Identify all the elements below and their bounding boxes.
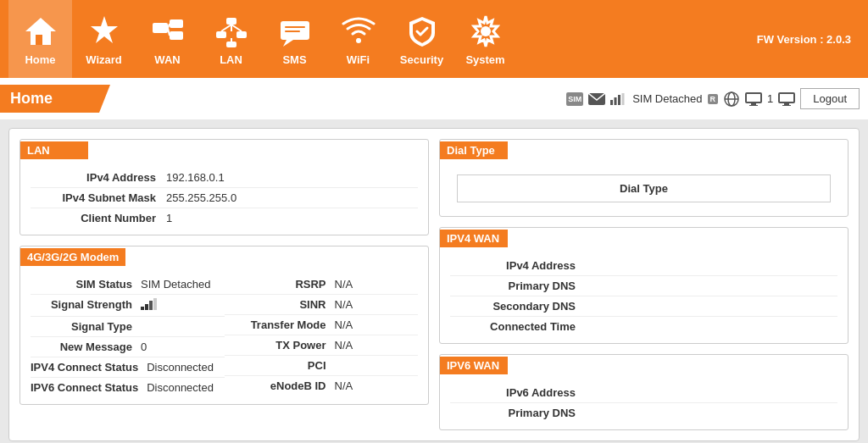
svg-rect-24 bbox=[615, 97, 617, 105]
modem-new-message-row: New Message 0 bbox=[31, 337, 225, 357]
modem-tx-power-row: TX Power N/A bbox=[225, 335, 419, 356]
nav-sms[interactable]: SMS bbox=[263, 0, 326, 78]
lan-section-body: IPv4 Address 192.168.0.1 IPv4 Subnet Mas… bbox=[20, 161, 428, 235]
nav-wizard[interactable]: Wizard bbox=[72, 0, 136, 78]
modem-tx-power-value: N/A bbox=[335, 339, 353, 352]
svg-line-7 bbox=[168, 28, 170, 36]
lan-client-label: Client Number bbox=[31, 212, 166, 224]
lan-section: LAN IPv4 Address 192.168.0.1 IPv4 Subnet… bbox=[19, 139, 429, 235]
modem-ipv6-connect-row: IPV6 Connect Status Disconnected bbox=[31, 378, 225, 397]
signal-bar-1 bbox=[141, 307, 144, 310]
lan-subnet-label: IPv4 Subnet Mask bbox=[31, 191, 166, 204]
ipv6-wan-dns1-label: Primary DNS bbox=[450, 407, 586, 419]
wan-icon bbox=[149, 13, 186, 50]
fw-version: FW Version : 2.0.3 bbox=[757, 33, 860, 46]
modem-ipv4-connect-label: IPV4 Connect Status bbox=[31, 361, 147, 374]
nav-security-label: Security bbox=[400, 53, 443, 66]
svg-rect-33 bbox=[749, 105, 758, 106]
dial-type-body: Dial Type bbox=[440, 161, 848, 216]
wifi-icon bbox=[340, 13, 377, 50]
content-wrapper: LAN IPv4 Address 192.168.0.1 IPv4 Subnet… bbox=[8, 128, 860, 441]
lan-client-row: Client Number 1 bbox=[31, 208, 418, 228]
svg-rect-35 bbox=[780, 94, 793, 102]
nav-sms-label: SMS bbox=[282, 53, 306, 66]
nav-wizard-label: Wizard bbox=[86, 53, 122, 66]
modem-sinr-value: N/A bbox=[335, 298, 353, 311]
nav-wifi-label: WiFi bbox=[347, 53, 370, 66]
modem-rsrp-row: RSRP N/A bbox=[225, 274, 419, 295]
modem-rsrp-label: RSRP bbox=[225, 278, 335, 291]
svg-marker-17 bbox=[283, 40, 293, 47]
svg-rect-31 bbox=[747, 94, 760, 102]
lan-ipv4-value: 192.168.0.1 bbox=[166, 171, 225, 184]
monitor-icon bbox=[745, 92, 762, 106]
svg-rect-32 bbox=[751, 103, 756, 105]
modem-sim-status-value: SIM Detached bbox=[141, 278, 210, 291]
svg-rect-3 bbox=[153, 23, 168, 33]
svg-rect-5 bbox=[170, 31, 183, 40]
nav-wan[interactable]: WAN bbox=[136, 0, 199, 78]
modem-sim-status-row: SIM Status SIM Detached bbox=[31, 274, 225, 295]
lan-ipv4-label: IPv4 Address bbox=[31, 171, 166, 184]
modem-ipv4-connect-value: Disconnected bbox=[147, 361, 214, 374]
nav-system[interactable]: System bbox=[453, 0, 517, 78]
ipv4-wan-body: IPv4 Address Primary DNS Secondary DNS C… bbox=[440, 249, 848, 343]
left-column: LAN IPv4 Address 192.168.0.1 IPv4 Subnet… bbox=[19, 139, 429, 430]
ipv4-wan-time-label: Connected Time bbox=[450, 320, 586, 333]
modem-rsrp-value: N/A bbox=[335, 278, 353, 291]
modem-section: 4G/3G/2G Modem SIM Status SIM Detached S… bbox=[19, 246, 429, 405]
dial-type-box: Dial Type bbox=[457, 174, 831, 202]
lan-subnet-row: IPv4 Subnet Mask 255.255.255.0 bbox=[31, 188, 418, 208]
nav-security[interactable]: Security bbox=[390, 0, 453, 78]
dial-type-label: Dial Type bbox=[620, 182, 668, 195]
modem-signal-strength-label: Signal Strength bbox=[31, 298, 141, 313]
security-icon bbox=[403, 13, 441, 50]
logout-button[interactable]: Logout bbox=[800, 88, 860, 109]
modem-transfer-mode-value: N/A bbox=[335, 318, 353, 331]
ipv4-wan-dns2-label: Secondary DNS bbox=[450, 300, 586, 313]
sim-status-text: SIM Detached bbox=[632, 92, 702, 105]
nav-lan-label: LAN bbox=[220, 53, 242, 66]
lan-ipv4-row: IPv4 Address 192.168.0.1 bbox=[31, 168, 418, 188]
signal-bars bbox=[141, 298, 157, 310]
monitor-count: 1 bbox=[767, 92, 773, 105]
home-icon bbox=[22, 13, 59, 50]
modem-pci-row: PCI bbox=[225, 356, 419, 376]
svg-point-20 bbox=[356, 38, 361, 43]
nav-wifi[interactable]: WiFi bbox=[326, 0, 390, 78]
svg-rect-1 bbox=[36, 35, 42, 45]
modem-signal-type-row: Signal Type bbox=[31, 317, 225, 337]
ipv6-wan-title: IPV6 WAN bbox=[440, 357, 508, 374]
ipv6-wan-section: IPV6 WAN IPv6 Address Primary DNS bbox=[439, 354, 849, 430]
modem-sim-status-label: SIM Status bbox=[31, 278, 141, 291]
navbar: Home Wizard WAN bbox=[0, 0, 868, 78]
lan-icon bbox=[213, 13, 250, 50]
ipv6-wan-addr-row: IPv6 Address bbox=[450, 383, 837, 403]
signal-icon bbox=[610, 92, 627, 106]
nav-lan[interactable]: LAN bbox=[199, 0, 263, 78]
lan-subnet-value: 255.255.255.0 bbox=[166, 191, 236, 204]
nav-home-label: Home bbox=[25, 53, 55, 66]
ipv6-wan-addr-label: IPv6 Address bbox=[450, 386, 586, 399]
nav-system-label: System bbox=[465, 53, 504, 66]
svg-rect-19 bbox=[285, 30, 300, 32]
modem-transfer-mode-row: Transfer Mode N/A bbox=[225, 315, 419, 335]
svg-line-12 bbox=[231, 25, 242, 31]
dial-type-section: Dial Type Dial Type bbox=[439, 139, 849, 217]
dial-type-section-title: Dial Type bbox=[440, 141, 508, 159]
modem-ipv6-connect-value: Disconnected bbox=[147, 381, 214, 394]
ipv4-wan-addr-row: IPv4 Address bbox=[450, 256, 837, 276]
page-title: Home bbox=[0, 85, 110, 113]
ipv4-wan-time-row: Connected Time bbox=[450, 317, 837, 336]
nav-home[interactable]: Home bbox=[8, 0, 72, 78]
modem-new-message-label: New Message bbox=[31, 341, 141, 353]
modem-enodeb-label: eNodeB ID bbox=[225, 379, 335, 392]
ipv6-wan-dns1-row: Primary DNS bbox=[450, 403, 837, 423]
sms-icon bbox=[276, 13, 314, 50]
modem-signal-strength-row: Signal Strength bbox=[31, 295, 225, 317]
modem-tx-power-label: TX Power bbox=[225, 339, 335, 352]
svg-rect-36 bbox=[784, 103, 789, 105]
svg-rect-25 bbox=[618, 95, 620, 105]
modem-enodeb-row: eNodeB ID N/A bbox=[225, 376, 419, 396]
modem-sinr-row: SINR N/A bbox=[225, 295, 419, 315]
